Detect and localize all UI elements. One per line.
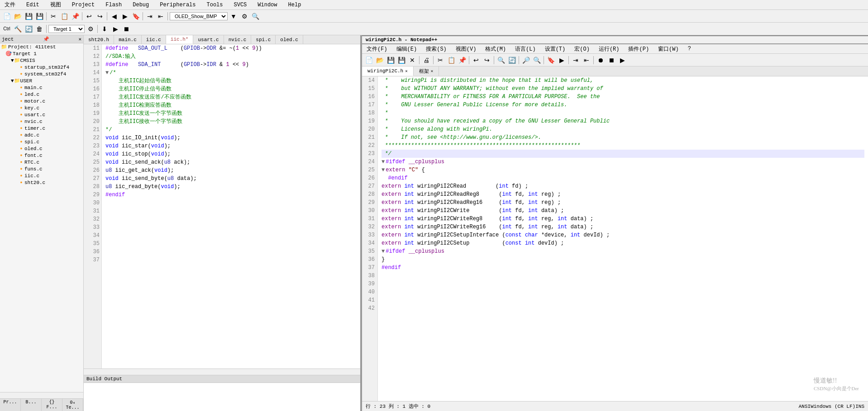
bookmark-btn[interactable]: 🔖 <box>131 11 141 21</box>
keil-code-content[interactable]: #define SDA_OUT_L (GPIOB->ODR &= ~(1 << … <box>102 44 360 368</box>
np-replace-btn[interactable]: 🔄 <box>507 55 517 65</box>
np-next-bookmark-btn[interactable]: ▶ <box>557 55 567 65</box>
np-redo-btn[interactable]: ↪ <box>482 55 492 65</box>
tree-timer[interactable]: 🔸timer.c <box>0 125 83 132</box>
np-indent-btn[interactable]: ⇥ <box>571 55 581 65</box>
new-file-btn[interactable]: 📄 <box>2 11 12 21</box>
np-open-btn[interactable]: 📂 <box>375 55 385 65</box>
project-panel-pin[interactable]: 📌 <box>43 36 49 42</box>
tree-target[interactable]: 🎯 Target 1 <box>0 50 83 57</box>
project-panel-close[interactable]: ✕ <box>78 36 81 42</box>
np-menu-help[interactable]: ? <box>685 45 694 53</box>
np-menu-edit[interactable]: 编辑(E) <box>394 44 420 54</box>
keil-menu-flash[interactable]: Flash <box>103 1 124 9</box>
settings-btn[interactable]: ⚙ <box>239 11 249 21</box>
left-tab-pr[interactable]: Pr... <box>0 399 21 411</box>
keil-menu-debug[interactable]: Debug <box>130 1 152 9</box>
keil-menu-edit[interactable]: Edit <box>24 1 42 9</box>
tree-font[interactable]: 🔸font.c <box>0 152 83 159</box>
tree-motor[interactable]: 🔸motor.c <box>0 98 83 104</box>
tree-usart[interactable]: 🔸usart.c <box>0 111 83 118</box>
np-code-content[interactable]: * wiringPi is distributed in the hope th… <box>378 76 868 401</box>
tree-spi[interactable]: 🔸spi.c <box>0 138 83 145</box>
tree-sht20[interactable]: 🔸sht20.c <box>0 179 83 186</box>
np-macro-play-btn[interactable]: ▶ <box>617 55 627 65</box>
np-save-all-btn[interactable]: 💾 <box>396 55 406 65</box>
np-undo-btn[interactable]: ↩ <box>471 55 481 65</box>
tree-main[interactable]: 🔸main.c <box>0 84 83 91</box>
np-zoom-in-btn[interactable]: 🔎 <box>521 55 531 65</box>
np-save-btn[interactable]: 💾 <box>386 55 396 65</box>
left-tab-0[interactable]: 0₄ Te... <box>62 399 83 411</box>
np-print-btn[interactable]: 🖨 <box>421 55 431 65</box>
np-new-btn[interactable]: 📄 <box>364 55 374 65</box>
np-menu-window[interactable]: 窗口(W) <box>655 44 682 54</box>
np-paste-btn[interactable]: 📌 <box>457 55 467 65</box>
tab-sht20h[interactable]: sht20.h <box>84 35 114 44</box>
cut-btn[interactable]: ✂ <box>48 11 58 21</box>
nav-fwd-btn[interactable]: ▶ <box>120 11 130 21</box>
keil-menu-window[interactable]: Window <box>255 1 280 9</box>
tree-system[interactable]: 🔸 system_stm32f4 <box>0 71 83 77</box>
np-copy-btn[interactable]: 📋 <box>446 55 456 65</box>
keil-menu-svcs[interactable]: SVCS <box>231 1 250 9</box>
np-menu-view[interactable]: 视图(V) <box>453 44 479 54</box>
np-find-btn[interactable]: 🔍 <box>496 55 506 65</box>
tree-key[interactable]: 🔸key.c <box>0 104 83 111</box>
open-btn[interactable]: 📂 <box>13 11 23 21</box>
tree-user[interactable]: ▼ 📁 USER <box>0 77 83 84</box>
clean-btn[interactable]: 🗑 <box>34 24 44 34</box>
np-menu-search[interactable]: 搜索(S) <box>423 44 449 54</box>
debug-start-btn[interactable]: ▶ <box>110 24 120 34</box>
save-btn[interactable]: 💾 <box>24 11 33 21</box>
tab-iicc[interactable]: iic.c <box>142 35 166 44</box>
np-menu-run[interactable]: 运行(R) <box>596 44 622 54</box>
download-btn[interactable]: ⬇ <box>100 24 110 34</box>
tree-led[interactable]: 🔸led.c <box>0 91 83 98</box>
np-menu-plugin[interactable]: 插件(P) <box>625 44 652 54</box>
np-tab-wiringpi2c-close[interactable]: ✕ <box>405 69 407 74</box>
keil-menu-view[interactable]: 视图 <box>48 0 64 9</box>
np-macro-stop-btn[interactable]: ⏹ <box>606 55 616 65</box>
tree-oled[interactable]: 🔸oled.c <box>0 145 83 152</box>
tab-iich[interactable]: iic.h* <box>166 35 194 44</box>
redo-btn[interactable]: ↪ <box>95 11 105 21</box>
tree-funs[interactable]: 🔸funs.c <box>0 165 83 172</box>
keil-menu-tools[interactable]: Tools <box>204 1 225 9</box>
tree-iic[interactable]: 🔸iic.c <box>0 172 83 179</box>
keil-menu-help[interactable]: Help <box>286 1 304 9</box>
debug-stop-btn[interactable]: ⏹ <box>121 24 131 34</box>
tree-startup[interactable]: 🔸 startup_stm32f4 <box>0 64 83 71</box>
indent-btn[interactable]: ⇥ <box>145 11 155 21</box>
tree-nvic[interactable]: 🔸nvic.c <box>0 118 83 125</box>
target-settings-btn[interactable]: ⚙ <box>86 24 95 34</box>
keil-menu-file[interactable]: 文件 <box>2 0 18 9</box>
build-target-select[interactable]: OLED_Show_BMP <box>170 12 228 20</box>
keil-menu-project[interactable]: Project <box>69 1 97 9</box>
np-close-btn[interactable]: ✕ <box>407 55 417 65</box>
copy-btn[interactable]: 📋 <box>59 11 69 21</box>
tab-mainc[interactable]: main.c <box>114 35 142 44</box>
target-select[interactable]: Target 1 <box>48 25 85 33</box>
np-menu-lang[interactable]: 语言(L) <box>512 44 539 54</box>
np-macro-rec-btn[interactable]: ⏺ <box>596 55 606 65</box>
tab-spic[interactable]: spi.c <box>251 35 276 44</box>
build-dropdown-btn[interactable]: ▼ <box>229 11 238 21</box>
np-outdent-btn[interactable]: ⇤ <box>582 55 591 65</box>
tree-project-root[interactable]: 📁 Project: 411test <box>0 43 83 50</box>
np-menu-file[interactable]: 文件(F) <box>364 44 390 54</box>
build-btn[interactable]: 🔨 <box>13 24 23 34</box>
np-menu-macro[interactable]: 宏(O) <box>572 44 592 54</box>
save-all-btn[interactable]: 💾 <box>34 11 44 21</box>
nav-back-btn[interactable]: ◀ <box>109 11 119 21</box>
outdent-btn[interactable]: ⇤ <box>156 11 166 21</box>
undo-btn[interactable]: ↩ <box>84 11 94 21</box>
left-tab-fn[interactable]: {} F... <box>42 399 62 411</box>
tab-nvicc[interactable]: nvic.c <box>224 35 252 44</box>
keil-menu-peripherals[interactable]: Peripherals <box>157 1 198 9</box>
tab-oledc[interactable]: oled.c <box>276 35 303 44</box>
rebuild-btn[interactable]: 🔄 <box>24 24 33 34</box>
project-scrollbar-h[interactable] <box>0 392 83 398</box>
search-btn[interactable]: 🔍 <box>250 11 260 21</box>
tree-rtc[interactable]: 🔸RTC.c <box>0 159 83 165</box>
